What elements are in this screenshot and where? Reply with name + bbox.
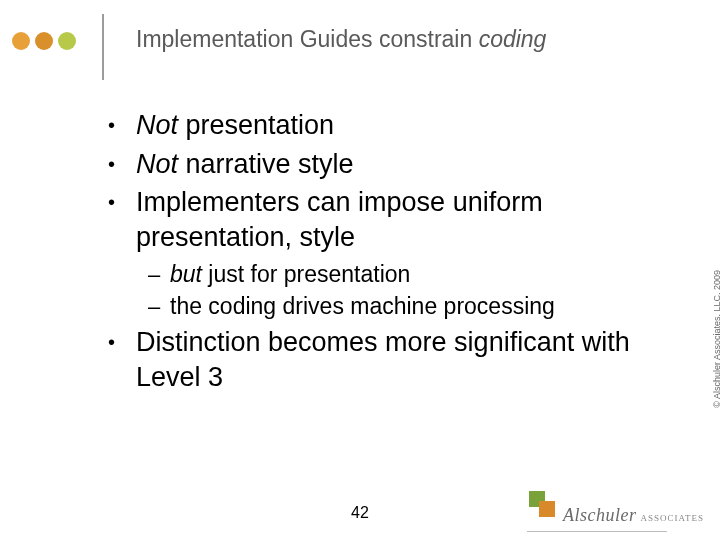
sub-bullet-item: but just for presentation [148,260,668,289]
title-italic: coding [479,26,547,52]
sub-bullet-text: the coding drives machine processing [170,293,555,319]
bullet-em: Not [136,110,178,140]
logo-mark-icon [529,491,559,521]
dot-icon [12,32,30,50]
bullet-item: Not presentation [108,108,668,143]
sub-bullet-em: but [170,261,202,287]
sub-bullet-item: the coding drives machine processing [148,292,668,321]
slide-body: Not presentation Not narrative style Imp… [108,108,668,398]
logo-name: AlschulerASSOCIATES [563,505,704,526]
dot-icon [58,32,76,50]
title-text: Implementation Guides constrain [136,26,479,52]
logo-name-sub: ASSOCIATES [640,513,704,523]
bullet-text: narrative style [178,149,354,179]
bullet-text: Implementers can impose uniform presenta… [136,187,543,252]
bullet-text: Distinction becomes more significant wit… [136,327,630,392]
copyright-text: © Alschuler Associates, LLC, 2009 [712,270,720,408]
bullet-item: Distinction becomes more significant wit… [108,325,668,394]
bullet-item: Not narrative style [108,147,668,182]
bullet-text: presentation [178,110,334,140]
logo-name-main: Alschuler [563,505,637,525]
bullet-em: Not [136,149,178,179]
dot-icon [35,32,53,50]
sub-bullet-text: just for presentation [202,261,410,287]
decorative-dots [12,32,76,50]
slide-title: Implementation Guides constrain coding [136,26,546,53]
brand-logo: AlschulerASSOCIATES [529,491,704,526]
divider [102,14,104,80]
logo-rule [527,531,667,532]
bullet-item: Implementers can impose uniform presenta… [108,185,668,321]
